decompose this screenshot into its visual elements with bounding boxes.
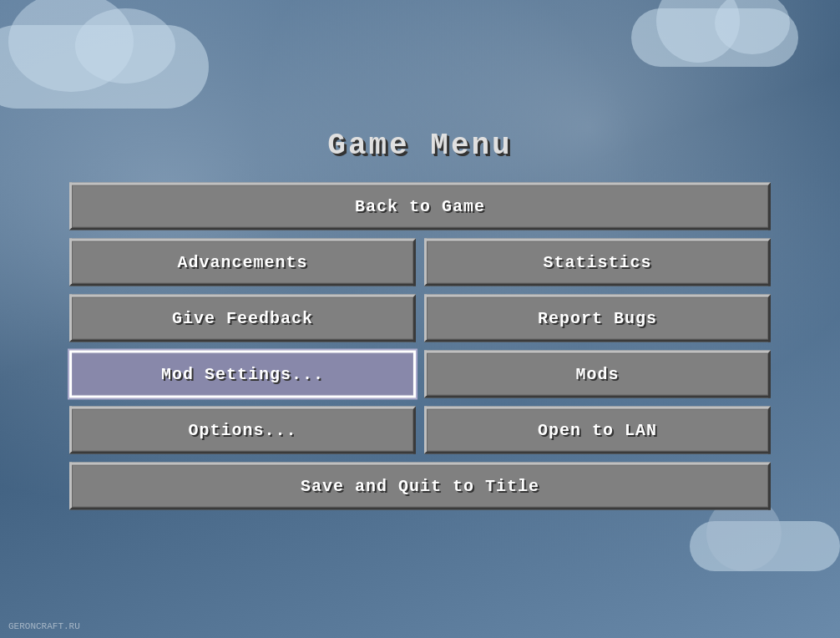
watermark: GERONCRAFT.RU <box>8 621 80 631</box>
row-options-lan: Options... Open to LAN <box>69 407 771 454</box>
page-title: Game Menu <box>327 129 512 163</box>
row-back: Back to Game <box>69 183 771 230</box>
give-feedback-button[interactable]: Give Feedback <box>69 295 416 342</box>
cloud-2 <box>631 8 798 67</box>
cloud-3 <box>690 521 840 571</box>
row-advancements-statistics: Advancements Statistics <box>69 239 771 286</box>
report-bugs-button[interactable]: Report Bugs <box>424 295 771 342</box>
row-feedback-bugs: Give Feedback Report Bugs <box>69 295 771 342</box>
row-save-quit: Save and Quit to Title <box>69 463 771 510</box>
back-to-game-button[interactable]: Back to Game <box>69 183 771 230</box>
row-mod-settings-mods: Mod Settings... Mods <box>69 351 771 398</box>
menu-container: Game Menu Back to Game Advancements Stat… <box>69 129 771 510</box>
statistics-button[interactable]: Statistics <box>424 239 771 286</box>
mods-button[interactable]: Mods <box>424 351 771 398</box>
cloud-1 <box>0 25 209 109</box>
save-and-quit-button[interactable]: Save and Quit to Title <box>69 463 771 510</box>
options-button[interactable]: Options... <box>69 407 416 454</box>
mod-settings-button[interactable]: Mod Settings... <box>69 351 416 398</box>
open-to-lan-button[interactable]: Open to LAN <box>424 407 771 454</box>
advancements-button[interactable]: Advancements <box>69 239 416 286</box>
